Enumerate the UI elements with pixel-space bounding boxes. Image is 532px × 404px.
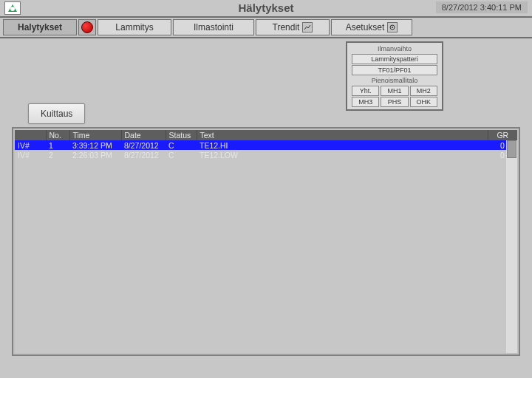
panel-header-ventilation: Ilmanvaihto (349, 44, 440, 53)
table-row[interactable]: IV# 2 2:26:03 PM 8/27/2012 C TE12.LOW 0 (15, 150, 517, 160)
cell-time: 3:39:12 PM (69, 140, 121, 150)
tab-settings[interactable]: Asetukset (331, 19, 412, 35)
tab-trends[interactable]: Trendit (256, 19, 330, 35)
cell-time: 2:26:03 PM (69, 150, 121, 160)
svg-point-2 (392, 27, 393, 28)
col-text[interactable]: Text (197, 130, 488, 140)
col-time[interactable]: Time (69, 130, 121, 140)
cell-status: C (166, 140, 197, 150)
ack-button[interactable]: Kuittaus (28, 103, 85, 124)
sys-btn-ohk[interactable]: OHK (410, 97, 437, 107)
alarm-indicator (78, 19, 96, 35)
scrollbar-thumb[interactable] (507, 140, 516, 158)
tab-label: Halytykset (18, 22, 62, 32)
sys-btn-mh2[interactable]: MH2 (410, 86, 437, 96)
cell-iv: IV# (15, 140, 46, 150)
cell-iv: IV# (15, 150, 46, 160)
header: Hälytykset 8/27/2012 3:40:11 PM (0, 0, 532, 16)
alarm-list: No. Time Date Status Text GR IV# 1 3:39:… (15, 130, 517, 353)
sys-btn-phs[interactable]: PHS (381, 97, 408, 107)
alarm-table: No. Time Date Status Text GR IV# 1 3:39:… (15, 130, 517, 160)
cell-date: 8/27/2012 (121, 140, 166, 150)
sys-btn-mh1[interactable]: MH1 (381, 86, 408, 96)
tab-heating[interactable]: Lammitys (98, 19, 171, 35)
col-no[interactable]: No. (46, 130, 69, 140)
gear-icon (387, 22, 398, 32)
sys-btn-yht[interactable]: Yht. (352, 86, 379, 96)
tab-label: Asetukset (346, 22, 385, 32)
tab-label: Lammitys (115, 22, 153, 32)
sys-btn-tf01[interactable]: TF01/PF01 (352, 65, 437, 75)
cell-date: 8/27/2012 (121, 150, 166, 160)
tab-bar: Halytykset Lammitys Ilmastointi Trendit … (0, 16, 532, 38)
col-iv[interactable] (15, 130, 46, 140)
tab-label: Trendit (273, 22, 300, 32)
cell-status: C (166, 150, 197, 160)
systems-panel: Ilmanvaihto Lammityspatteri TF01/PF01 Pi… (346, 41, 443, 111)
tab-alarms[interactable]: Halytykset (3, 19, 77, 35)
cell-text: TE12.LOW (197, 150, 488, 160)
alarm-dot-icon (81, 21, 93, 33)
sys-btn-heating-coil[interactable]: Lammityspatteri (352, 54, 437, 64)
datetime-display: 8/27/2012 3:40:11 PM (436, 1, 528, 13)
table-row[interactable]: IV# 1 3:39:12 PM 8/27/2012 C TE12.HI 0 (15, 140, 517, 150)
col-status[interactable]: Status (166, 130, 197, 140)
sys-btn-mh3[interactable]: MH3 (352, 97, 379, 107)
tab-label: Ilmastointi (194, 22, 233, 32)
app-window: Hälytykset 8/27/2012 3:40:11 PM Halytyks… (0, 0, 532, 378)
table-header-row: No. Time Date Status Text GR (15, 130, 517, 140)
alarm-list-frame: No. Time Date Status Text GR IV# 1 3:39:… (12, 127, 520, 356)
chart-icon (302, 22, 313, 32)
panel-header-model: Pienoismallitalo (349, 76, 440, 85)
col-date[interactable]: Date (121, 130, 166, 140)
cell-no: 2 (46, 150, 69, 160)
cell-no: 1 (46, 140, 69, 150)
col-gr[interactable]: GR (488, 130, 517, 140)
tab-ac[interactable]: Ilmastointi (173, 19, 254, 35)
list-scrollbar[interactable] (506, 140, 517, 353)
cell-text: TE12.HI (197, 140, 488, 150)
